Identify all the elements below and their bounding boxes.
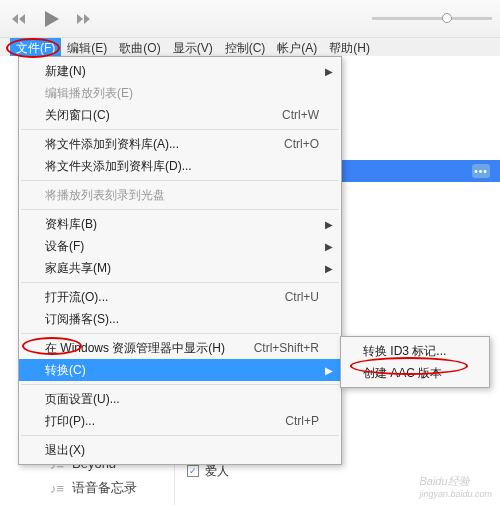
menu-show-explorer[interactable]: 在 Windows 资源管理器中显示(H)Ctrl+Shift+R [19, 337, 341, 359]
play-icon[interactable] [36, 4, 66, 34]
menu-add-folder[interactable]: 将文件夹添加到资料库(D)... [19, 155, 341, 177]
menu-add-file[interactable]: 将文件添加到资料库(A)...Ctrl+O [19, 133, 341, 155]
watermark-sub: jingyan.baidu.com [419, 489, 492, 499]
separator [21, 209, 339, 210]
chevron-right-icon: ▶ [325, 66, 333, 77]
next-icon[interactable] [72, 8, 94, 30]
menu-label: 在 Windows 资源管理器中显示(H) [45, 340, 225, 357]
menu-label: 编辑播放列表(E) [45, 85, 133, 102]
chevron-right-icon: ▶ [325, 263, 333, 274]
menu-exit[interactable]: 退出(X) [19, 439, 341, 461]
menu-label: 转换 ID3 标记... [363, 343, 446, 360]
menu-label: 家庭共享(M) [45, 260, 111, 277]
chevron-right-icon: ▶ [325, 241, 333, 252]
separator [21, 282, 339, 283]
shortcut: Ctrl+Shift+R [254, 341, 319, 355]
menu-home-share[interactable]: 家庭共享(M)▶ [19, 257, 341, 279]
watermark-text: Baidu经验 [419, 475, 469, 487]
menu-close-window[interactable]: 关闭窗口(C)Ctrl+W [19, 104, 341, 126]
volume-slider[interactable] [372, 17, 492, 20]
playlist-label: 语音备忘录 [72, 479, 137, 497]
player-toolbar [0, 0, 500, 38]
separator [21, 333, 339, 334]
menu-label: 打印(P)... [45, 413, 95, 430]
menu-devices[interactable]: 设备(F)▶ [19, 235, 341, 257]
submenu-create-aac[interactable]: 创建 AAC 版本 [341, 362, 489, 384]
menu-new[interactable]: 新建(N)▶ [19, 60, 341, 82]
menu-label: 新建(N) [45, 63, 86, 80]
more-icon[interactable]: ••• [472, 164, 490, 178]
playlist-icon: ♪≡ [50, 481, 64, 495]
menu-label: 订阅播客(S)... [45, 311, 119, 328]
menu-label: 将文件添加到资料库(A)... [45, 136, 179, 153]
song-title: 爱人 [205, 463, 229, 480]
menu-label: 资料库(B) [45, 216, 97, 233]
convert-submenu: 转换 ID3 标记... 创建 AAC 版本 [340, 336, 490, 388]
menu-page-setup[interactable]: 页面设置(U)... [19, 388, 341, 410]
prev-icon[interactable] [8, 8, 30, 30]
menu-label: 退出(X) [45, 442, 85, 459]
menu-open-stream[interactable]: 打开流(O)...Ctrl+U [19, 286, 341, 308]
shortcut: Ctrl+O [284, 137, 319, 151]
file-dropdown: 新建(N)▶ 编辑播放列表(E) 关闭窗口(C)Ctrl+W 将文件添加到资料库… [18, 56, 342, 465]
shortcut: Ctrl+P [285, 414, 319, 428]
menu-label: 转换(C) [45, 362, 86, 379]
menu-label: 打开流(O)... [45, 289, 108, 306]
playlist-item[interactable]: ♪≡语音备忘录 [0, 475, 174, 501]
watermark: Baidu经验 jingyan.baidu.com [419, 474, 492, 499]
separator [21, 180, 339, 181]
menu-convert[interactable]: 转换(C)▶ [19, 359, 341, 381]
menu-label: 设备(F) [45, 238, 84, 255]
separator [21, 129, 339, 130]
shortcut: Ctrl+W [282, 108, 319, 122]
menu-burn: 将播放列表刻录到光盘 [19, 184, 341, 206]
menu-label: 将播放列表刻录到光盘 [45, 187, 165, 204]
menu-label: 页面设置(U)... [45, 391, 120, 408]
submenu-convert-id3[interactable]: 转换 ID3 标记... [341, 340, 489, 362]
menu-library[interactable]: 资料库(B)▶ [19, 213, 341, 235]
menu-label: 将文件夹添加到资料库(D)... [45, 158, 192, 175]
menu-edit-playlist: 编辑播放列表(E) [19, 82, 341, 104]
shortcut: Ctrl+U [285, 290, 319, 304]
menu-label: 创建 AAC 版本 [363, 365, 442, 382]
menu-print[interactable]: 打印(P)...Ctrl+P [19, 410, 341, 432]
menu-subscribe[interactable]: 订阅播客(S)... [19, 308, 341, 330]
menu-bar: 文件(F) 编辑(E) 歌曲(O) 显示(V) 控制(C) 帐户(A) 帮助(H… [0, 38, 500, 58]
chevron-right-icon: ▶ [325, 365, 333, 376]
checkbox-icon[interactable]: ✓ [187, 465, 199, 477]
chevron-right-icon: ▶ [325, 219, 333, 230]
menu-label: 关闭窗口(C) [45, 107, 110, 124]
separator [21, 435, 339, 436]
separator [21, 384, 339, 385]
